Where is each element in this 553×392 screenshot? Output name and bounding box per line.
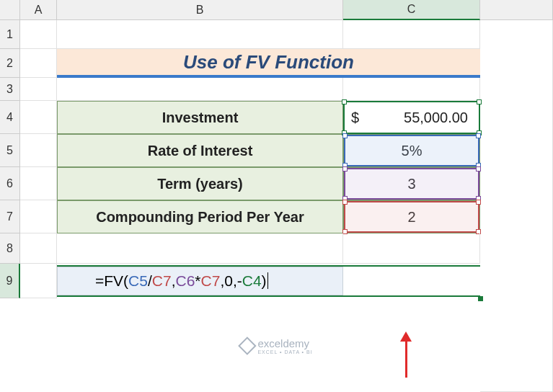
investment-value: 55,000.00	[366, 110, 479, 126]
row-header-8[interactable]: 8	[0, 233, 20, 264]
label-rate[interactable]: Rate of Interest	[57, 134, 343, 167]
period-value: 2	[407, 209, 415, 226]
spreadsheet-grid[interactable]: A B C 1 2 3 4 5 6 7 8 9 Use of FV Functi…	[0, 0, 553, 392]
row-header-4[interactable]: 4	[0, 101, 20, 134]
watermark-logo-icon	[238, 337, 256, 355]
watermark: exceldemy EXCEL • DATA • BI	[240, 337, 312, 355]
cell-a1[interactable]	[20, 20, 57, 49]
cell-a5[interactable]	[20, 134, 57, 167]
cell-b3[interactable]	[57, 78, 343, 101]
cell-a2[interactable]	[20, 49, 57, 78]
formula-row[interactable]: =FV(C5/C7,C6*C7,0,-C4)	[57, 264, 480, 298]
row-header-5[interactable]: 5	[0, 134, 20, 167]
row-header-9[interactable]: 9	[0, 264, 20, 298]
formula-editor[interactable]: =FV(C5/C7,C6*C7,0,-C4)	[57, 267, 343, 295]
rate-value: 5%	[402, 143, 423, 159]
text-cursor	[267, 272, 268, 289]
row-header-6[interactable]: 6	[0, 167, 20, 200]
cell-c1[interactable]	[343, 20, 480, 49]
col-header-c[interactable]: C	[343, 0, 480, 20]
row-header-2[interactable]: 2	[0, 49, 20, 78]
annotation-arrow-icon	[400, 331, 412, 378]
cell-rest	[480, 20, 553, 392]
watermark-name: exceldemy	[257, 337, 309, 349]
col-header-rest	[480, 0, 553, 20]
cell-b8[interactable]	[57, 233, 343, 264]
cell-c6-term[interactable]: 3	[343, 167, 480, 200]
row-header-3[interactable]: 3	[0, 78, 20, 101]
cell-a4[interactable]	[20, 101, 57, 134]
label-investment[interactable]: Investment	[57, 101, 343, 134]
cell-c4-investment[interactable]: $ 55,000.00	[343, 101, 480, 134]
cell-a9[interactable]	[20, 264, 57, 298]
cell-a6[interactable]	[20, 167, 57, 200]
select-all-corner[interactable]	[0, 0, 20, 20]
cell-a3[interactable]	[20, 78, 57, 101]
col-header-b[interactable]: B	[57, 0, 343, 20]
cell-c7-period[interactable]: 2	[343, 200, 480, 233]
term-value: 3	[407, 176, 415, 192]
cell-c9-result[interactable]	[343, 267, 480, 295]
cell-a8[interactable]	[20, 233, 57, 264]
cell-c3[interactable]	[343, 78, 480, 101]
row-header-1[interactable]: 1	[0, 20, 20, 49]
watermark-tag: EXCEL • DATA • BI	[257, 349, 312, 355]
label-period[interactable]: Compounding Period Per Year	[57, 200, 343, 233]
row-header-7[interactable]: 7	[0, 200, 20, 233]
cell-a7[interactable]	[20, 200, 57, 233]
page-title: Use of FV Function	[57, 49, 480, 78]
formula-text: =FV(C5/C7,C6*C7,0,-C4)	[95, 272, 268, 290]
label-term[interactable]: Term (years)	[57, 167, 343, 200]
col-header-a[interactable]: A	[20, 0, 57, 20]
cell-c5-rate[interactable]: 5%	[343, 134, 480, 167]
currency-symbol: $	[344, 110, 366, 126]
cell-b1[interactable]	[57, 20, 343, 49]
cell-c8[interactable]	[343, 233, 480, 264]
